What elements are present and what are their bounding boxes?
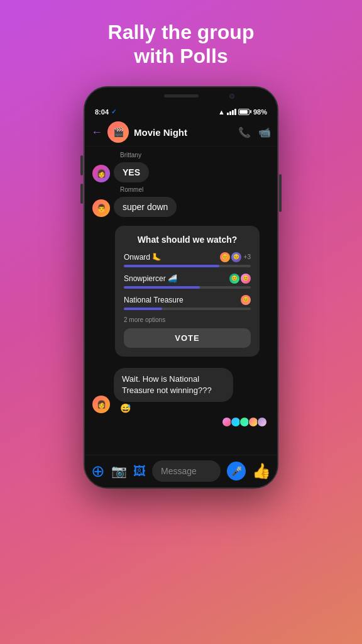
phone-top (85, 87, 277, 105)
poll-option-1: Onward 🦶 😊 😊 +3 (124, 252, 251, 267)
status-time: 8:04 (95, 108, 109, 116)
poll-option-3: National Treasure 😊 (124, 295, 251, 310)
poll-bar-bg-2 (124, 286, 251, 289)
poll-bar-fill-1 (124, 265, 219, 267)
message-row-rommel: 👨 super down (92, 197, 270, 217)
message-row-bottom: 👩 Wait. How is National Treasure not win… (92, 368, 270, 413)
voter-avatar: 😊 (220, 252, 230, 262)
poll-more-options: 2 more options (124, 316, 251, 323)
message-placeholder: Message (161, 466, 197, 476)
poll-bar-bg-1 (124, 265, 251, 267)
poll-card: What should we watch? Onward 🦶 😊 😊 +3 (115, 226, 260, 357)
poll-bar-fill-2 (124, 286, 200, 289)
messenger-status-icon: ✓ (111, 108, 116, 115)
volume-down-button (80, 184, 83, 204)
emoji-reaction: 😅 (120, 403, 233, 413)
message-bubble-superdown: super down (114, 197, 177, 217)
group-avatar: 🎬 (107, 121, 129, 143)
vote-button[interactable]: VOTE (124, 328, 251, 348)
avatar-brittany: 👩 (92, 165, 110, 182)
phone-speaker (164, 94, 199, 97)
image-button[interactable]: 🖼 (133, 464, 146, 479)
text-message-bubble: Wait. How is National Treasure not winni… (114, 368, 233, 402)
avatar-sender: 👩 (92, 396, 110, 413)
mic-button[interactable]: 🎤 (227, 462, 246, 480)
seen-avatar (257, 417, 267, 427)
status-bar: 8:04 ✓ ▲ (85, 105, 277, 119)
poll-option-2: Snowpiercer 🚄 😊 😊 (124, 274, 251, 289)
back-button[interactable]: ← (91, 126, 102, 139)
voter-count-1: +3 (244, 253, 251, 260)
voter-avatar: 😊 (229, 274, 239, 284)
video-button[interactable]: 📹 (258, 126, 271, 138)
poll-voters-2: 😊 😊 (229, 274, 251, 284)
phone-frame: 8:04 ✓ ▲ (84, 86, 278, 489)
avatar-rommel: 👨 (92, 199, 110, 217)
sender-label-brittany: Brittany (120, 152, 270, 158)
seen-avatars (92, 417, 270, 427)
poll-bar-bg-3 (124, 308, 251, 310)
poll-bar-fill-3 (124, 308, 162, 310)
sender-label-rommel: Rommel (120, 186, 270, 193)
message-input[interactable]: Message (152, 460, 221, 482)
battery-icon (238, 109, 251, 115)
chat-header: ← 🎬 Movie Night 📞 📹 (85, 119, 277, 147)
phone-camera (229, 94, 234, 99)
voter-avatar: 😊 (231, 252, 241, 262)
chat-input-bar: ⊕ 📷 🖼 Message 🎤 👍 (85, 455, 277, 487)
page-title: Rally the group with Polls (83, 20, 280, 69)
poll-title: What should we watch? (124, 235, 251, 245)
voter-avatar: 😊 (241, 274, 251, 284)
signal-icon (227, 109, 236, 115)
battery-percent: 98% (253, 108, 267, 116)
message-row: 👩 YES (92, 162, 270, 182)
plus-button[interactable]: ⊕ (91, 462, 105, 481)
call-button[interactable]: 📞 (238, 126, 251, 138)
power-button (279, 174, 282, 212)
camera-button[interactable]: 📷 (111, 464, 127, 479)
poll-option-label-1: Onward 🦶 (124, 253, 162, 262)
poll-option-label-2: Snowpiercer 🚄 (124, 274, 177, 283)
poll-voters-3: 😊 (241, 295, 251, 305)
chat-title: Movie Night (134, 127, 233, 138)
voter-avatar: 😊 (241, 295, 251, 305)
wifi-icon: ▲ (218, 108, 225, 116)
chat-body: Brittany 👩 YES Rommel 👨 super down What … (85, 147, 277, 455)
volume-up-button (80, 155, 83, 175)
poll-option-label-3: National Treasure (124, 296, 184, 304)
poll-voters-1: 😊 😊 +3 (220, 252, 251, 262)
thumbs-up-button[interactable]: 👍 (252, 462, 271, 480)
message-bubble-yes: YES (114, 162, 149, 182)
